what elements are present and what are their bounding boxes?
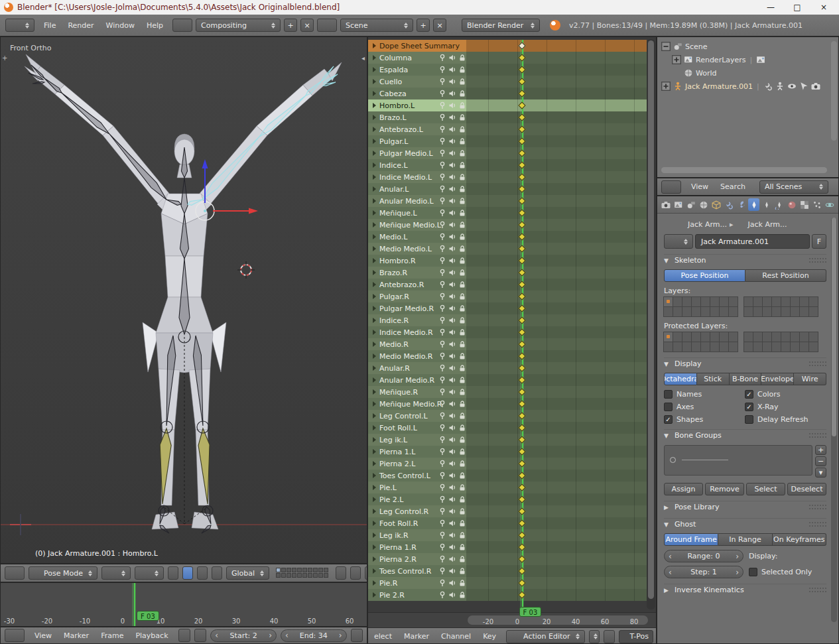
pin-icon[interactable] bbox=[438, 543, 446, 551]
timeline-editor[interactable]: -30-20-100102030405060 F 03 bbox=[0, 582, 367, 627]
decrement-arrow-icon[interactable]: ‹ bbox=[669, 568, 672, 577]
current-frame-line[interactable] bbox=[134, 583, 135, 627]
channel-row-me-ique-l[interactable]: Meñique.L bbox=[368, 207, 647, 219]
pin-icon[interactable] bbox=[438, 436, 446, 444]
constraints-tab[interactable] bbox=[723, 198, 734, 211]
channel-row-pulgar-medio-r[interactable]: Pulgar Medio.R bbox=[368, 302, 647, 314]
dope-sheet-summary-row[interactable]: Dope Sheet Summary bbox=[368, 40, 647, 52]
screen-layout-browse-button[interactable] bbox=[172, 19, 192, 32]
frame-end-field[interactable]: ‹End: 34› bbox=[281, 629, 347, 642]
sync-playback-button[interactable] bbox=[351, 629, 363, 642]
bone-group-action-remove[interactable]: Remove bbox=[705, 483, 744, 495]
breadcrumb-object[interactable]: Jack Arm... bbox=[688, 220, 727, 229]
increment-arrow-icon[interactable]: › bbox=[736, 552, 739, 561]
ghost-range-field[interactable]: ‹Range: 0› bbox=[664, 550, 743, 562]
speaker-icon[interactable] bbox=[448, 66, 456, 74]
protected-layer-toggle[interactable] bbox=[682, 342, 692, 352]
increment-arrow-icon[interactable]: › bbox=[269, 631, 272, 640]
channel-lock-icon[interactable] bbox=[458, 412, 466, 420]
pin-icon[interactable] bbox=[438, 209, 446, 217]
expand-triangle-icon[interactable] bbox=[373, 473, 376, 478]
properties-editor[interactable]: Jack Arm... ▸ Jack Arm... Jack Armature.… bbox=[657, 196, 839, 644]
viewport-layer-toggle[interactable] bbox=[281, 573, 286, 578]
viewport-layer-toggle[interactable] bbox=[292, 573, 296, 578]
expand-triangle-icon[interactable] bbox=[373, 389, 376, 395]
speaker-icon[interactable] bbox=[448, 197, 456, 205]
position-rest-position[interactable]: Rest Position bbox=[745, 269, 826, 282]
speaker-icon[interactable] bbox=[448, 185, 456, 193]
channel-lock-icon[interactable] bbox=[458, 507, 466, 515]
armature-layer-toggle[interactable] bbox=[728, 306, 738, 317]
ghost-step-field[interactable]: ‹Step: 1› bbox=[664, 566, 743, 578]
pin-icon[interactable] bbox=[438, 579, 446, 587]
protected-layer-toggle[interactable] bbox=[728, 332, 738, 342]
speaker-icon[interactable] bbox=[448, 328, 456, 336]
outliner-item-renderlayers[interactable]: RenderLayers| bbox=[660, 53, 836, 66]
channel-lock-icon[interactable] bbox=[458, 90, 466, 97]
speaker-icon[interactable] bbox=[448, 137, 456, 145]
channel-row-pierna-1-r[interactable]: Pierna 1.R bbox=[368, 541, 647, 553]
expand-triangle-icon[interactable] bbox=[373, 55, 376, 60]
channel-lock-icon[interactable] bbox=[458, 78, 466, 86]
ghost-filter-button[interactable] bbox=[604, 630, 615, 643]
editor-mode-dropdown[interactable]: Action Editor bbox=[506, 630, 585, 643]
panel-grip-icon[interactable] bbox=[809, 258, 826, 263]
viewport-layer-toggle[interactable] bbox=[302, 573, 307, 578]
pin-icon[interactable] bbox=[438, 316, 446, 324]
expand-plus-icon[interactable] bbox=[661, 82, 671, 91]
bone-group-action-assign[interactable]: Assign bbox=[664, 483, 703, 495]
viewport-layer-toggle[interactable] bbox=[308, 573, 312, 578]
menu-view[interactable]: View bbox=[685, 182, 714, 191]
menu-file[interactable]: File bbox=[38, 21, 62, 30]
expand-triangle-icon[interactable] bbox=[373, 151, 376, 156]
pin-icon[interactable] bbox=[438, 90, 446, 97]
armature-layer-toggle[interactable] bbox=[799, 296, 809, 307]
channel-row-pierna-2-r[interactable]: Pierna 2.R bbox=[368, 553, 647, 565]
disclosure-triangle-icon[interactable]: ▶ bbox=[664, 587, 671, 594]
expand-triangle-icon[interactable] bbox=[373, 186, 376, 192]
scale-manipulator-button[interactable] bbox=[212, 566, 222, 580]
eye-icon[interactable] bbox=[787, 82, 797, 91]
link-icon[interactable] bbox=[763, 82, 773, 91]
speaker-icon[interactable] bbox=[448, 507, 456, 515]
channel-lock-icon[interactable] bbox=[458, 197, 466, 205]
armature-layer-toggle[interactable] bbox=[728, 296, 738, 307]
channel-lock-icon[interactable] bbox=[458, 54, 466, 62]
channel-lock-icon[interactable] bbox=[458, 483, 466, 491]
armature-layer-toggle[interactable] bbox=[808, 306, 818, 317]
render-tab[interactable] bbox=[660, 198, 671, 211]
viewport-layer-toggle[interactable] bbox=[297, 573, 302, 578]
id-type-chip[interactable] bbox=[664, 234, 693, 249]
pin-icon[interactable] bbox=[438, 328, 446, 336]
channel-row-anular-medio-l[interactable]: Anular Medio.L bbox=[368, 195, 647, 207]
keying-set-button[interactable] bbox=[194, 629, 206, 642]
render-layers-tab[interactable] bbox=[673, 198, 684, 211]
channel-row-brazo-r[interactable]: Brazo.R bbox=[368, 267, 647, 279]
channel-row-me-ique-medio-r[interactable]: Meñique Medio.R bbox=[368, 398, 647, 410]
pin-icon[interactable] bbox=[438, 161, 446, 169]
expand-triangle-icon[interactable] bbox=[373, 246, 376, 251]
panel-header-ghost[interactable]: ▼Ghost bbox=[664, 518, 826, 530]
editor-type-button[interactable] bbox=[661, 180, 681, 194]
disclosure-triangle-icon[interactable]: ▼ bbox=[664, 257, 671, 264]
pin-icon[interactable] bbox=[438, 519, 446, 527]
channel-lock-icon[interactable] bbox=[458, 376, 466, 384]
armature-layer-toggle[interactable] bbox=[771, 306, 781, 317]
expand-triangle-icon[interactable] bbox=[373, 318, 376, 323]
channel-row-brazo-l[interactable]: Brazo.L bbox=[368, 111, 647, 123]
viewport-layer-toggle[interactable] bbox=[324, 573, 328, 578]
protected-layer-toggle[interactable] bbox=[808, 332, 818, 342]
x-ray-checkbox[interactable]: ✓ bbox=[745, 403, 753, 411]
pin-icon[interactable] bbox=[438, 269, 446, 277]
protected-layer-toggle[interactable] bbox=[799, 332, 809, 342]
protected-layer-toggle[interactable] bbox=[710, 332, 720, 342]
pin-icon[interactable] bbox=[438, 424, 446, 432]
protected-layer-toggle[interactable] bbox=[753, 332, 763, 342]
armature-layer-toggle[interactable] bbox=[691, 306, 701, 317]
speaker-icon[interactable] bbox=[448, 269, 456, 277]
expand-triangle-icon[interactable] bbox=[373, 342, 376, 347]
channel-lock-icon[interactable] bbox=[458, 281, 466, 289]
display-mode-octahedral[interactable]: Octahedral bbox=[664, 373, 697, 385]
viewport-layer-toggle[interactable] bbox=[308, 568, 312, 572]
panel-header-bone-groups[interactable]: ▼Bone Groups bbox=[664, 429, 826, 441]
